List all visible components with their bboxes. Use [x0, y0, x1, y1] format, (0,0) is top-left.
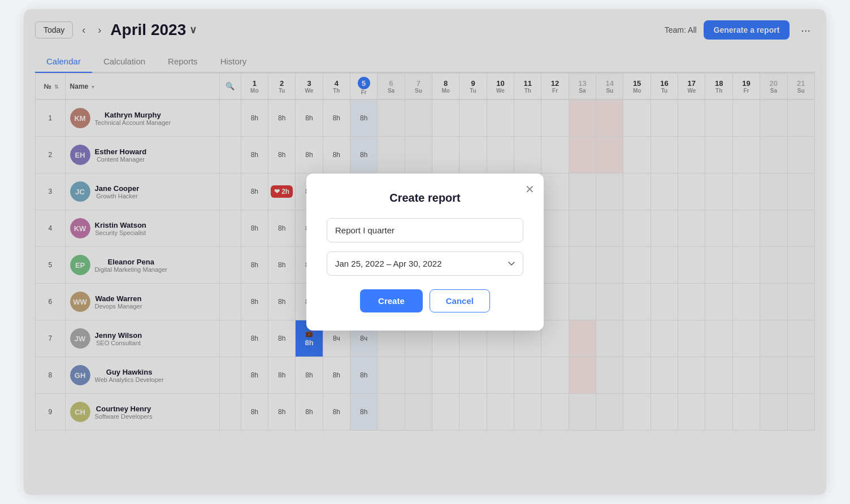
hours-cell-13[interactable]	[596, 247, 623, 284]
hours-cell-0[interactable]: 8h	[241, 394, 268, 431]
hours-cell-3[interactable]: 8h	[323, 357, 350, 394]
hours-cell-12[interactable]	[569, 210, 596, 247]
hours-cell-13[interactable]	[596, 320, 623, 357]
hours-cell-17[interactable]	[705, 173, 732, 210]
hours-cell-17[interactable]	[705, 320, 732, 357]
more-options-button[interactable]: ···	[796, 21, 815, 39]
tab-history[interactable]: History	[209, 51, 258, 73]
hours-cell-20[interactable]	[787, 284, 814, 320]
hours-cell-11[interactable]	[541, 173, 569, 210]
hours-cell-10[interactable]	[514, 394, 541, 431]
hours-cell-18[interactable]	[732, 284, 760, 320]
hours-cell-20[interactable]	[787, 137, 814, 173]
hours-cell-1[interactable]: ❤2h	[268, 173, 295, 210]
hours-cell-19[interactable]	[760, 320, 787, 357]
hours-cell-7[interactable]	[432, 394, 459, 431]
hours-cell-8[interactable]	[459, 394, 487, 431]
hours-cell-5[interactable]	[378, 99, 405, 137]
hours-cell-2[interactable]: 8h	[296, 357, 323, 394]
hours-cell-2[interactable]: 8h	[296, 394, 323, 431]
hours-cell-10[interactable]	[514, 137, 541, 173]
hours-cell-13[interactable]	[596, 173, 623, 210]
hours-cell-20[interactable]	[787, 357, 814, 394]
search-col-header[interactable]: 🔍	[219, 73, 241, 100]
hours-cell-15[interactable]	[650, 137, 678, 173]
hours-cell-11[interactable]	[541, 99, 569, 137]
hours-cell-0[interactable]: 8h	[241, 210, 268, 247]
cancel-button[interactable]: Cancel	[430, 289, 490, 312]
hours-cell-4[interactable]: 8h	[350, 137, 378, 173]
hours-cell-14[interactable]	[623, 394, 650, 431]
hours-cell-10[interactable]	[514, 357, 541, 394]
prev-month-button[interactable]: ‹	[79, 22, 89, 38]
hours-cell-11[interactable]	[541, 247, 569, 284]
hours-cell-16[interactable]	[678, 394, 705, 431]
hours-cell-1[interactable]: 8h	[268, 320, 295, 357]
hours-cell-19[interactable]	[760, 357, 787, 394]
hours-cell-0[interactable]: 8h	[241, 173, 268, 210]
hours-cell-16[interactable]	[678, 137, 705, 173]
hours-cell-15[interactable]	[650, 99, 678, 137]
hours-cell-8[interactable]	[459, 357, 487, 394]
name-filter-icon[interactable]: ▾	[92, 84, 94, 90]
hours-cell-17[interactable]	[705, 247, 732, 284]
hours-cell-16[interactable]	[678, 210, 705, 247]
hours-cell-12[interactable]	[569, 137, 596, 173]
hours-cell-15[interactable]	[650, 394, 678, 431]
hours-cell-0[interactable]: 8h	[241, 284, 268, 320]
hours-cell-5[interactable]	[378, 137, 405, 173]
hours-cell-18[interactable]	[732, 99, 760, 137]
hours-cell-7[interactable]	[432, 99, 459, 137]
hours-cell-15[interactable]	[650, 284, 678, 320]
hours-cell-9[interactable]	[487, 137, 514, 173]
hours-cell-19[interactable]	[760, 394, 787, 431]
hours-cell-1[interactable]: 8h	[268, 247, 295, 284]
hours-cell-20[interactable]	[787, 394, 814, 431]
hours-cell-19[interactable]	[760, 210, 787, 247]
hours-cell-17[interactable]	[705, 137, 732, 173]
hours-cell-11[interactable]	[541, 394, 569, 431]
date-range-select[interactable]: Jan 25, 2022 – Apr 30, 2022	[327, 251, 523, 276]
hours-cell-14[interactable]	[623, 284, 650, 320]
hours-cell-4[interactable]: 8h	[350, 99, 378, 137]
hours-cell-3[interactable]: 8h	[323, 99, 350, 137]
hours-cell-11[interactable]	[541, 210, 569, 247]
hours-cell-15[interactable]	[650, 357, 678, 394]
hours-cell-19[interactable]	[760, 173, 787, 210]
hours-cell-13[interactable]	[596, 394, 623, 431]
hours-cell-19[interactable]	[760, 99, 787, 137]
hours-cell-15[interactable]	[650, 210, 678, 247]
hours-cell-3[interactable]: 8h	[323, 137, 350, 173]
hours-cell-19[interactable]	[760, 137, 787, 173]
hours-cell-12[interactable]	[569, 99, 596, 137]
hours-cell-12[interactable]	[569, 357, 596, 394]
hours-cell-17[interactable]	[705, 394, 732, 431]
hours-cell-4[interactable]: 8h	[350, 357, 378, 394]
hours-cell-16[interactable]	[678, 357, 705, 394]
hours-cell-0[interactable]: 8h	[241, 320, 268, 357]
hours-cell-14[interactable]	[623, 357, 650, 394]
hours-cell-4[interactable]: 8h	[350, 394, 378, 431]
hours-cell-12[interactable]	[569, 173, 596, 210]
hours-cell-16[interactable]	[678, 247, 705, 284]
hours-cell-17[interactable]	[705, 99, 732, 137]
report-name-input[interactable]	[327, 218, 523, 242]
hours-cell-15[interactable]	[650, 173, 678, 210]
hours-cell-6[interactable]	[405, 394, 432, 431]
hours-cell-5[interactable]	[378, 394, 405, 431]
create-button[interactable]: Create	[360, 289, 423, 312]
hours-cell-16[interactable]	[678, 173, 705, 210]
hours-cell-6[interactable]	[405, 357, 432, 394]
hours-cell-9[interactable]	[487, 357, 514, 394]
hours-cell-8[interactable]	[459, 99, 487, 137]
hours-cell-7[interactable]	[432, 357, 459, 394]
hours-cell-8[interactable]	[459, 137, 487, 173]
hours-cell-0[interactable]: 8h	[241, 357, 268, 394]
hours-cell-12[interactable]	[569, 320, 596, 357]
hours-cell-16[interactable]	[678, 320, 705, 357]
hours-cell-13[interactable]	[596, 357, 623, 394]
hours-cell-0[interactable]: 8h	[241, 137, 268, 173]
hours-cell-18[interactable]	[732, 357, 760, 394]
hours-cell-6[interactable]	[405, 99, 432, 137]
hours-cell-9[interactable]	[487, 99, 514, 137]
